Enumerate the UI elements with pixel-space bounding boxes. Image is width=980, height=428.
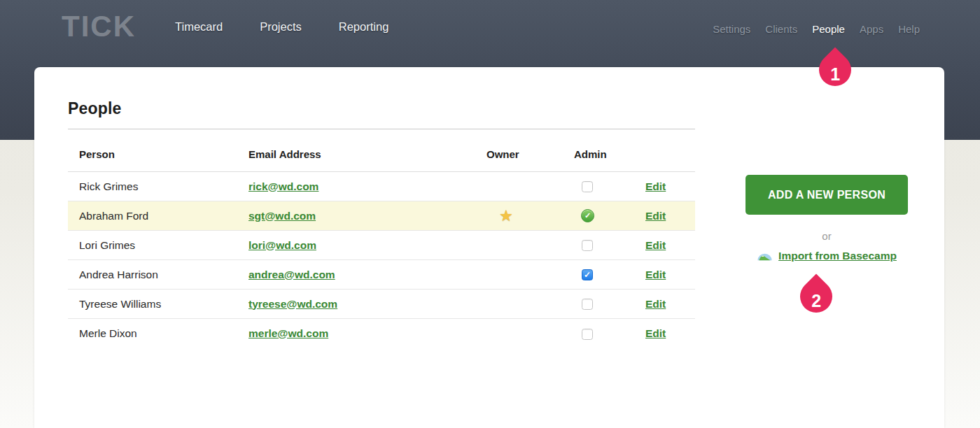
column-header-actions bbox=[634, 129, 695, 172]
table-row: Andrea Harrison andrea@wd.com ✓ Edit bbox=[68, 260, 695, 290]
marker-1-number: 1 bbox=[830, 64, 840, 85]
email-link[interactable]: andrea@wd.com bbox=[248, 269, 335, 280]
primary-nav: Timecard Projects Reporting bbox=[175, 20, 388, 34]
nav-item-reporting[interactable]: Reporting bbox=[339, 20, 389, 34]
email-link[interactable]: merle@wd.com bbox=[248, 327, 328, 339]
admin-checkbox[interactable] bbox=[582, 299, 593, 310]
column-header-person: Person bbox=[68, 129, 237, 172]
or-label: or bbox=[746, 230, 908, 242]
table-row: Rick Grimes rick@wd.com Edit bbox=[68, 172, 695, 201]
column-header-owner: Owner bbox=[475, 129, 563, 172]
table-row: Lori Grimes lori@wd.com Edit bbox=[68, 231, 695, 260]
basecamp-icon bbox=[757, 250, 773, 262]
person-name: Rick Grimes bbox=[68, 172, 237, 201]
secondary-nav: Settings Clients People Apps Help bbox=[713, 23, 920, 35]
table-row: Abraham Ford sgt@wd.com ★ ✓ Edit bbox=[68, 201, 695, 231]
column-header-admin: Admin bbox=[563, 129, 634, 172]
owner-cell bbox=[475, 290, 563, 319]
owner-cell bbox=[475, 231, 563, 260]
admin-checkbox[interactable] bbox=[582, 181, 593, 192]
owner-cell bbox=[475, 319, 563, 348]
email-link[interactable]: lori@wd.com bbox=[248, 239, 316, 251]
add-new-person-button[interactable]: ADD A NEW PERSON bbox=[746, 175, 908, 215]
actions-panel: ADD A NEW PERSON or Import from Basecamp bbox=[746, 175, 908, 264]
owner-cell bbox=[475, 260, 563, 290]
person-name: Tyreese Williams bbox=[68, 290, 237, 319]
edit-link[interactable]: Edit bbox=[645, 327, 666, 339]
edit-link[interactable]: Edit bbox=[645, 298, 666, 310]
edit-link[interactable]: Edit bbox=[645, 239, 666, 251]
nav-item-projects[interactable]: Projects bbox=[260, 20, 302, 34]
table-row: Tyreese Williams tyreese@wd.com Edit bbox=[68, 290, 695, 319]
admin-checkbox-checked[interactable]: ✓ bbox=[582, 269, 593, 280]
owner-cell bbox=[475, 172, 563, 201]
nav-item-clients[interactable]: Clients bbox=[765, 23, 797, 35]
table-header-row: Person Email Address Owner Admin bbox=[68, 129, 695, 172]
edit-link[interactable]: Edit bbox=[645, 210, 666, 222]
column-header-email: Email Address bbox=[237, 129, 475, 172]
marker-2-number: 2 bbox=[811, 291, 821, 311]
nav-item-timecard[interactable]: Timecard bbox=[175, 20, 223, 34]
person-name: Abraham Ford bbox=[68, 201, 237, 231]
email-link[interactable]: rick@wd.com bbox=[248, 180, 318, 192]
edit-link[interactable]: Edit bbox=[645, 269, 666, 280]
content-card: People Person Email Address Owner Admin … bbox=[34, 67, 944, 428]
admin-checkbox[interactable] bbox=[582, 240, 593, 251]
owner-star-icon: ★ bbox=[499, 208, 513, 224]
import-from-basecamp-link[interactable]: Import from Basecamp bbox=[757, 250, 897, 262]
nav-item-people[interactable]: People bbox=[812, 23, 845, 35]
person-name: Lori Grimes bbox=[68, 231, 237, 260]
tick-logo: TICK bbox=[62, 12, 136, 41]
admin-checkbox[interactable] bbox=[582, 329, 593, 340]
email-link[interactable]: sgt@wd.com bbox=[248, 210, 316, 222]
people-table: Person Email Address Owner Admin Rick Gr… bbox=[68, 129, 695, 348]
admin-locked-check-icon: ✓ bbox=[581, 209, 594, 222]
nav-item-settings[interactable]: Settings bbox=[713, 23, 750, 35]
nav-item-apps[interactable]: Apps bbox=[860, 23, 883, 35]
nav-item-help[interactable]: Help bbox=[898, 23, 920, 35]
import-link-label: Import from Basecamp bbox=[778, 250, 897, 262]
email-link[interactable]: tyreese@wd.com bbox=[248, 298, 337, 310]
page-title: People bbox=[68, 99, 944, 118]
person-name: Merle Dixon bbox=[68, 319, 237, 348]
edit-link[interactable]: Edit bbox=[645, 180, 666, 192]
table-row: Merle Dixon merle@wd.com Edit bbox=[68, 319, 695, 348]
person-name: Andrea Harrison bbox=[68, 260, 237, 290]
